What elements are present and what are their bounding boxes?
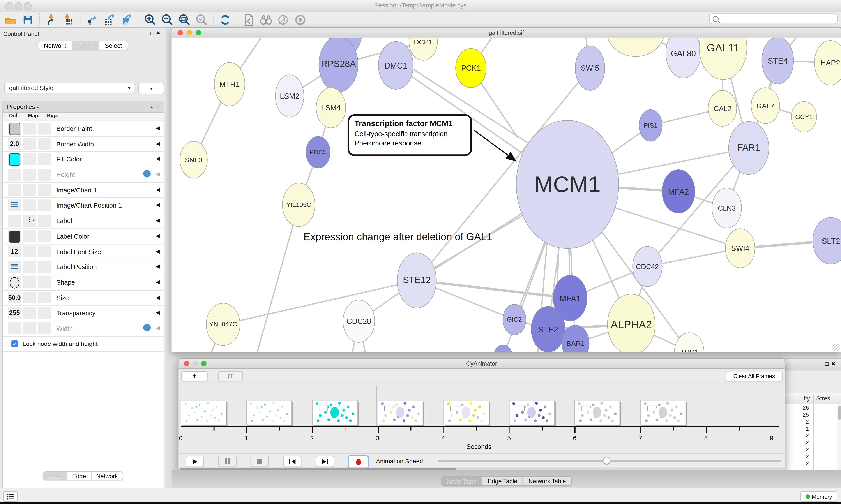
default-value[interactable]: 255: [6, 309, 23, 317]
stop-button[interactable]: [251, 456, 269, 467]
graph-node-cdc42[interactable]: CDC42: [632, 246, 662, 287]
graph-node-ynl047c[interactable]: YNL047C: [206, 303, 240, 346]
property-row-shape[interactable]: Shape◀: [3, 275, 164, 290]
binoculars-icon[interactable]: [259, 13, 273, 26]
table-panel-window-buttons[interactable]: □✖: [825, 361, 838, 367]
frame-thumbnail-0[interactable]: [181, 400, 226, 425]
animation-speed-slider-thumb[interactable]: [603, 457, 610, 464]
network-file-icon[interactable]: [242, 13, 256, 26]
tab-node[interactable]: Node: [43, 472, 67, 480]
refresh-icon[interactable]: [218, 13, 232, 26]
color-swatch[interactable]: [9, 123, 20, 135]
graph-node-ste12[interactable]: STE12: [397, 252, 436, 308]
export-table-icon[interactable]: [103, 13, 117, 26]
property-row-height[interactable]: Heighti◀: [3, 167, 164, 183]
style-options-button[interactable]: ▾: [139, 83, 164, 94]
expand-row-icon[interactable]: ◀: [156, 140, 160, 146]
expand-row-icon[interactable]: ◀: [156, 217, 160, 223]
color-swatch[interactable]: [9, 231, 20, 243]
expand-row-icon[interactable]: ◀: [156, 294, 160, 300]
expand-row-icon[interactable]: ◀: [156, 279, 160, 285]
lock-node-size-checkbox[interactable]: ✓: [11, 340, 18, 347]
graph-node-lsm2[interactable]: LSM2: [275, 74, 304, 118]
graph-node-gcy1[interactable]: GCY1: [791, 101, 817, 132]
color-swatch[interactable]: [9, 154, 20, 166]
annotation-link[interactable]: Pheromone response: [355, 138, 465, 147]
resize-grip[interactable]: [833, 344, 840, 351]
property-row-size[interactable]: 50.0Size◀: [3, 290, 164, 306]
control-panel-window-buttons[interactable]: □✖: [150, 30, 162, 36]
zoom-out-icon[interactable]: [160, 13, 174, 26]
expand-row-icon[interactable]: ◀: [156, 264, 160, 269]
graph-node-rps28a[interactable]: RPS28A: [319, 38, 358, 92]
zoom-selected-icon[interactable]: [195, 13, 209, 26]
expand-row-icon[interactable]: ◀: [156, 171, 160, 177]
graph-node-gic2[interactable]: GIC2: [503, 304, 526, 335]
tab-network-table[interactable]: Network Table: [522, 476, 571, 485]
style-selector[interactable]: galFiltered Style ▾: [4, 83, 135, 93]
property-row-image-chart-1[interactable]: Image/Chart 1◀: [3, 183, 164, 198]
import-network-icon[interactable]: [44, 13, 58, 26]
property-row-transparency[interactable]: 255Transparency◀: [3, 306, 164, 321]
expand-row-icon[interactable]: ◀: [156, 156, 160, 162]
network-window-titlebar[interactable]: galFiltered.sif: [172, 28, 841, 38]
graph-node-gal7[interactable]: GAL7: [751, 87, 780, 124]
graph-node-pdc5[interactable]: PDC5: [306, 136, 330, 168]
graph-node-alpha2[interactable]: ALPHA2: [607, 294, 655, 352]
default-value[interactable]: 12: [6, 247, 23, 255]
info-icon[interactable]: i: [143, 324, 151, 331]
property-row-label-color[interactable]: Label Color◀: [3, 229, 164, 244]
network-canvas[interactable]: DCP1RPS28ADMC1PCK1SWI5GAL80GAL11STE4HAP2…: [172, 38, 841, 352]
expand-row-icon[interactable]: ◀: [156, 125, 160, 131]
cyanimator-timeline[interactable]: 0123456789 Seconds: [179, 382, 785, 453]
tab-style[interactable]: Style: [72, 41, 99, 50]
expand-row-icon[interactable]: ◀: [156, 310, 160, 316]
property-row-label-font-size[interactable]: 12Label Font Size◀: [3, 244, 164, 260]
timeline-playhead[interactable]: [376, 385, 377, 426]
tab-edge[interactable]: Edge: [67, 472, 91, 480]
property-row-label-position[interactable]: Label Position◀: [3, 260, 164, 275]
discrete-mapping-icon[interactable]: ⋮›: [26, 216, 35, 223]
show-panels-button[interactable]: [3, 491, 18, 502]
property-row-label[interactable]: ⋮›Label◀: [3, 214, 164, 229]
search-input[interactable]: [709, 13, 838, 24]
default-value[interactable]: 50.0: [6, 293, 23, 301]
delete-frame-button[interactable]: [218, 371, 243, 381]
frame-thumbnail-4[interactable]: [443, 400, 489, 425]
tab-select[interactable]: Select: [99, 41, 128, 50]
play-button[interactable]: [185, 456, 204, 467]
tab-network[interactable]: Network: [91, 472, 123, 480]
skip-to-end-button[interactable]: [316, 456, 334, 467]
property-row-width[interactable]: Widthi◀: [3, 321, 164, 337]
record-button[interactable]: [347, 455, 369, 469]
expand-row-icon[interactable]: ◀: [156, 202, 160, 208]
graph-node-dmc1[interactable]: DMC1: [378, 41, 414, 90]
cyanimator-titlebar[interactable]: CyAnimator: [179, 359, 785, 369]
graph-node-swi5[interactable]: SWI5: [575, 46, 605, 91]
graph-node-cdc28[interactable]: CDC28: [343, 300, 375, 343]
hide-details-icon[interactable]: [276, 13, 290, 26]
export-network-icon[interactable]: [85, 13, 99, 26]
properties-header[interactable]: Properties ▾ »»: [3, 101, 164, 112]
frame-thumbnail-1[interactable]: [246, 400, 292, 425]
frame-thumbnail-2[interactable]: [312, 400, 358, 425]
save-icon[interactable]: [21, 13, 35, 26]
graph-node-cln3[interactable]: CLN3: [712, 187, 742, 228]
graph-node-lsm4[interactable]: LSM4: [316, 87, 346, 128]
graph-node-mfa2[interactable]: MFA2: [662, 169, 695, 214]
graph-node-gal2[interactable]: GAL2: [708, 90, 737, 127]
position-icon[interactable]: [11, 264, 18, 270]
memory-button[interactable]: Memory: [800, 491, 837, 502]
graph-node-mfa1[interactable]: MFA1: [553, 275, 587, 321]
show-details-icon[interactable]: [293, 13, 307, 26]
property-row-image-chart-position-1[interactable]: Image/Chart Position 1◀: [3, 198, 164, 214]
expand-row-icon[interactable]: ◀: [156, 186, 160, 193]
expand-row-icon[interactable]: ◀: [156, 325, 160, 331]
export-image-icon[interactable]: [120, 13, 133, 26]
frame-thumbnail-3[interactable]: [378, 400, 423, 425]
frame-thumbnail-5[interactable]: [509, 400, 555, 425]
ellipse-shape-icon[interactable]: [10, 277, 19, 288]
import-table-icon[interactable]: [62, 13, 76, 26]
property-row-border-width[interactable]: 2.0Border Width◀: [3, 137, 164, 152]
graph-node-mth1[interactable]: MTH1: [214, 62, 245, 106]
